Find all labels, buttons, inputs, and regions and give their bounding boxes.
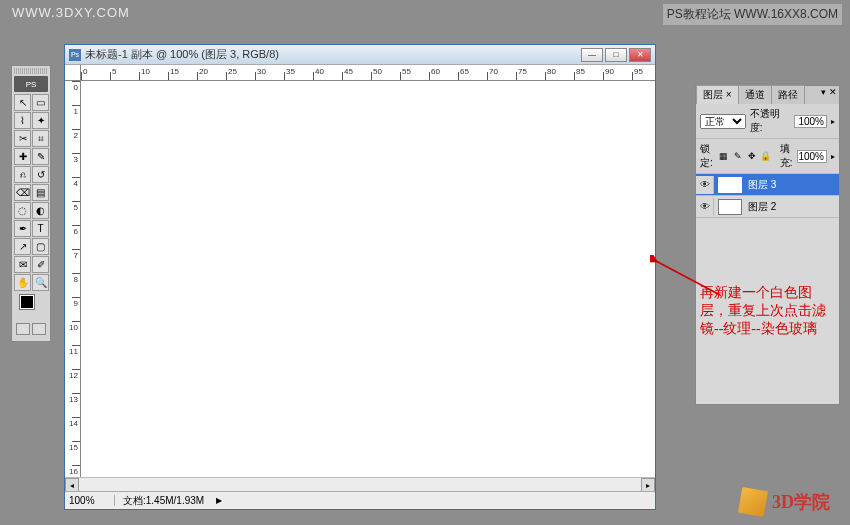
watermark-top-left: WWW.3DXY.COM [12, 5, 130, 20]
layer-thumbnail[interactable] [718, 199, 742, 215]
ruler-origin[interactable] [65, 65, 81, 81]
horizontal-scrollbar[interactable]: ◂ ▸ [65, 477, 655, 491]
logo-cube-icon [738, 487, 768, 517]
status-bar: 100% 文档:1.45M/1.93M ▶ [65, 491, 655, 509]
zoom-level[interactable]: 100% [65, 495, 115, 506]
shape-tool[interactable]: ▢ [32, 238, 49, 255]
type-tool[interactable]: T [32, 220, 49, 237]
layer-name-label[interactable]: 图层 2 [746, 200, 839, 214]
notes-tool[interactable]: ✉ [14, 256, 31, 273]
ps-badge: PS [14, 76, 48, 92]
color-swatches[interactable] [14, 291, 48, 339]
fill-flyout-icon[interactable]: ▸ [831, 152, 835, 161]
lock-pixels-icon[interactable]: ✎ [732, 150, 744, 162]
canvas-area[interactable] [81, 81, 655, 477]
document-titlebar[interactable]: Ps 未标题-1 副本 @ 100% (图层 3, RGB/8) — □ ✕ [65, 45, 655, 65]
opacity-label: 不透明度: [750, 107, 791, 135]
brush-tool[interactable]: ✎ [32, 148, 49, 165]
tab-paths[interactable]: 路径 [771, 85, 805, 104]
hand-tool[interactable]: ✋ [14, 274, 31, 291]
layers-panel: 图层 × 通道 路径 ▾ ✕ 正常 不透明度: 100% ▸ 锁定: ▦ ✎ ✥… [695, 85, 840, 405]
toolbox-grip[interactable] [14, 68, 48, 74]
stamp-tool[interactable]: ⎌ [14, 166, 31, 183]
layer-thumbnail[interactable] [718, 177, 742, 193]
fill-input[interactable]: 100% [797, 150, 827, 163]
blend-mode-select[interactable]: 正常 [700, 114, 746, 129]
eyedropper[interactable]: ✐ [32, 256, 49, 273]
fill-label: 填充: [780, 142, 794, 170]
toolbox-panel: PS ↖▭⌇✦✂⌗✚✎⎌↺⌫▤◌◐✒T↗▢✉✐✋🔍 [11, 65, 51, 342]
layer-row[interactable]: 👁图层 3 [696, 174, 839, 196]
document-icon: Ps [69, 49, 81, 61]
gradient-tool[interactable]: ▤ [32, 184, 49, 201]
panel-menu-icon[interactable]: ▾ ✕ [821, 87, 837, 97]
horizontal-ruler[interactable]: 05101520253035404550556065707580859095 [81, 65, 655, 81]
move-tool[interactable]: ↖ [14, 94, 31, 111]
layer-name-label[interactable]: 图层 3 [746, 178, 839, 192]
watermark-top-right: PS教程论坛 WWW.16XX8.COM [663, 4, 842, 25]
path-tool[interactable]: ↗ [14, 238, 31, 255]
tab-layers[interactable]: 图层 × [696, 85, 739, 104]
status-menu-icon[interactable]: ▶ [216, 496, 222, 505]
history-brush[interactable]: ↺ [32, 166, 49, 183]
tab-channels[interactable]: 通道 [738, 85, 772, 104]
annotation-text: 再新建一个白色图层，重复上次点击滤镜--纹理--染色玻璃 [700, 284, 830, 338]
visibility-toggle-icon[interactable]: 👁 [696, 198, 714, 216]
layer-row[interactable]: 👁图层 2 [696, 196, 839, 218]
document-info[interactable]: 文档:1.45M/1.93M [115, 494, 212, 508]
visibility-toggle-icon[interactable]: 👁 [696, 176, 714, 194]
slice-tool[interactable]: ⌗ [32, 130, 49, 147]
opacity-flyout-icon[interactable]: ▸ [831, 117, 835, 126]
panel-tabs: 图层 × 通道 路径 ▾ ✕ [696, 86, 839, 104]
opacity-input[interactable]: 100% [794, 115, 827, 128]
heal-tool[interactable]: ✚ [14, 148, 31, 165]
zoom-tool[interactable]: 🔍 [32, 274, 49, 291]
watermark-bottom-right: 3D学院 [740, 489, 830, 515]
pen-tool[interactable]: ✒ [14, 220, 31, 237]
scroll-left-button[interactable]: ◂ [65, 478, 79, 492]
marquee-tool[interactable]: ▭ [32, 94, 49, 111]
lock-transparency-icon[interactable]: ▦ [718, 150, 730, 162]
scroll-right-button[interactable]: ▸ [641, 478, 655, 492]
blur-tool[interactable]: ◌ [14, 202, 31, 219]
document-title: 未标题-1 副本 @ 100% (图层 3, RGB/8) [85, 47, 577, 62]
document-window: Ps 未标题-1 副本 @ 100% (图层 3, RGB/8) — □ ✕ 0… [64, 44, 656, 510]
foreground-color-swatch[interactable] [20, 295, 34, 309]
vertical-ruler[interactable]: 01234567891011121314151617 [65, 81, 81, 477]
maximize-button[interactable]: □ [605, 48, 627, 62]
crop-tool[interactable]: ✂ [14, 130, 31, 147]
lock-all-icon[interactable]: 🔒 [760, 150, 772, 162]
close-button[interactable]: ✕ [629, 48, 651, 62]
logo-text: 3D学院 [772, 490, 830, 514]
lock-position-icon[interactable]: ✥ [746, 150, 758, 162]
quick-mask-toggle[interactable] [16, 323, 30, 335]
dodge-tool[interactable]: ◐ [32, 202, 49, 219]
lock-label: 锁定: [700, 142, 714, 170]
minimize-button[interactable]: — [581, 48, 603, 62]
eraser-tool[interactable]: ⌫ [14, 184, 31, 201]
lasso-tool[interactable]: ⌇ [14, 112, 31, 129]
screen-mode-toggle[interactable] [32, 323, 46, 335]
wand-tool[interactable]: ✦ [32, 112, 49, 129]
